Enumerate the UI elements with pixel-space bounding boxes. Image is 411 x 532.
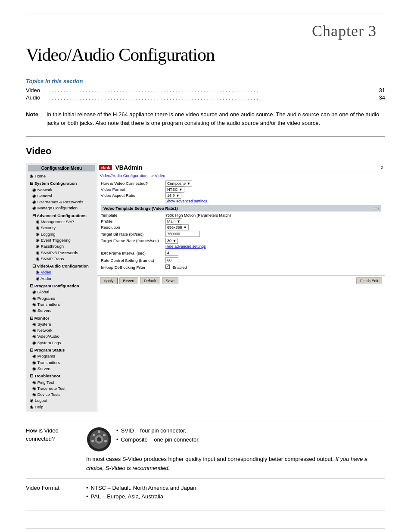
ss-menu-audio[interactable]: ◉ Audio [28,276,95,282]
ss-menu-progstatus[interactable]: ⊟ Program Status [28,347,95,353]
ss-profile-select[interactable]: Main ▼ [165,218,182,224]
ss-row-profile: Profile Main ▼ [101,219,381,224]
ss-bitrate-input[interactable]: 750000 [165,231,200,237]
ss-revert-btn[interactable]: Revert [119,277,139,284]
ss-menu-programs[interactable]: ◉ Programs [28,296,95,302]
footer: VBrick H.264 Appliance Admin Guide 31 [26,528,385,532]
svg-point-5 [93,434,95,436]
bullet-ntsc: NTSC – Default. North America and Japan. [86,484,385,493]
ss-menu-security[interactable]: ◉ Security [28,225,95,231]
ss-composite-select[interactable]: Composite ▼ [165,180,192,187]
ss-row-framerate: Target Frame Rate (frames/sec) 30 ▼ [101,238,381,243]
toc-item-audio: Audio . . . . . . . . . . . . . . . . . … [26,94,385,101]
ss-menu-global[interactable]: ◉ Global [28,289,95,295]
info-content-video-format: NTSC – Default. North America and Japan.… [86,484,385,505]
ss-idr-label: IDR Frame Interval (sec) [101,251,165,255]
ss-menu-trans2[interactable]: ◉ Transmitters [28,360,95,366]
ss-show-advanced-link[interactable]: Show advanced settings [165,199,208,203]
ss-default-btn[interactable]: Default [140,277,160,284]
ss-row-hideadvanced: Hide advanced settings [101,244,381,249]
ss-menu-sysconfg[interactable]: ⊟ System Configuration [28,180,95,187]
ss-menu-home[interactable]: ◉ Home [28,173,95,179]
ss-ratecontrol-input[interactable]: 60 [165,257,178,263]
ss-bottom-bar: Apply Revert Default Save Finish Edit [97,275,385,286]
ss-inloop-checkbox[interactable] [165,264,170,269]
ss-menu-transmitters[interactable]: ◉ Transmitters [28,302,95,308]
ss-menu-net2[interactable]: ◉ Network [28,327,95,333]
ss-menu-general[interactable]: ◉ General [28,193,95,199]
ss-bitrate-value: 750000 [165,231,381,237]
ss-finish-edit-btn[interactable]: Finish Edit [356,277,382,284]
ss-apply-btn[interactable]: Apply [100,277,118,284]
ss-load-template-btn[interactable] [373,208,379,209]
ss-menu-snmptraps[interactable]: ◉ SNMP Traps [28,256,95,262]
ss-menu-prog2[interactable]: ◉ Programs [28,353,95,359]
ss-menu-passthrough[interactable]: ◉ Passthrough [28,243,95,249]
ss-ntsc-select[interactable]: NTSC ▼ [165,187,184,193]
ss-menu-usernames[interactable]: ◉ Usernames & Passwords [28,199,95,205]
ss-profile-value: Main ▼ [165,219,381,224]
ss-menu-snmpv3[interactable]: ◉ SNMPv3 Passwords [28,250,95,256]
ss-menu-mgmtsap[interactable]: ◉ Management SAP [28,219,95,225]
ss-menu-devtests[interactable]: ◉ Device Tests [28,392,95,398]
info-row-video-format: Video Format NTSC – Default. North Ameri… [26,479,385,511]
note-text: In this initial release of the H.264 app… [47,110,385,127]
ss-menu-eventtrig[interactable]: ◉ Event Triggering [28,237,95,243]
topics-title: Topics in this section [26,78,385,84]
ss-row-resolution: Resolution 656x368 ▼ [101,225,381,230]
ss-menu-videoaudio[interactable]: ⊟ Video/Audio Configuration [28,263,95,269]
ss-menu-system[interactable]: ◉ System [28,321,95,327]
main-title: Video/Audio Configuration [0,40,411,65]
ss-hide-advanced-link[interactable]: Hide advanced settings [165,244,206,249]
info-label-how-connected: How is Videoconnected? [26,426,86,443]
video-format-bullets: NTSC – Default. North America and Japan.… [86,484,385,502]
note-label: Note [26,110,42,127]
ss-aspect-ratio-value: 16:9 ▼ [165,193,381,198]
ss-bitrate-label: Target Bit Rate (bit/sec) [101,232,165,236]
ss-menu-network[interactable]: ◉ Network [28,187,95,193]
bullet-pal: PAL – Europe, Asia, Australia. [86,492,385,501]
ss-menu-traceroute[interactable]: ◉ Traceroute Test [28,386,95,392]
ss-save-btn[interactable]: Save [162,277,179,284]
toc-page-video: 31 [374,87,385,93]
bullet-composite: Composite – one pin connector. [116,436,199,445]
svg-point-4 [98,430,100,433]
ss-inloop-label: In-loop DeBlocking Filter [101,265,165,270]
ss-menu-servers[interactable]: ◉ Servers [28,308,95,314]
ss-menu-troubleshoot[interactable]: ⊟ Troubleshoot [28,373,95,379]
ss-menu-logging[interactable]: ◉ Logging [28,231,95,237]
ss-menu-serv2[interactable]: ◉ Servers [28,366,95,372]
section-rule [26,137,385,137]
ss-how-connected-value: Composite ▼ [165,181,381,186]
info-row-how-connected: How is Videoconnected? [26,421,385,479]
connector-icon [86,426,112,452]
ss-framerate-select[interactable]: 30 ▼ [165,238,178,244]
ss-menu-advanced[interactable]: ⊟ Advanced Configurations [28,213,95,219]
ss-idr-input[interactable]: 4 [165,250,178,256]
svg-point-3 [97,437,101,442]
ss-row-aspectratio: Video Aspect Ratio 16:9 ▼ [101,193,381,198]
ss-menu-logout[interactable]: ◉ Logout [28,398,95,404]
ss-menu-monitor[interactable]: ⊟ Monitor [28,315,95,321]
ss-menu-video[interactable]: ◉ Video [28,269,95,275]
ss-row-videoformat: Video Format NTSC ▼ [101,187,381,192]
ss-menu-help[interactable]: ◉ Help [28,404,95,410]
ss-resolution-select[interactable]: 656x368 ▼ [165,224,189,230]
svg-point-7 [91,440,94,442]
ss-menu-videoaudio2[interactable]: ◉ Video/Audio [28,333,95,339]
connector-bullets: SVID – four pin connector. Composite – o… [112,426,199,448]
svg-point-6 [103,434,106,436]
ss-menu-pingtest[interactable]: ◉ Ping Test [28,380,95,386]
ss-page-number: 2 [381,165,383,170]
ss-menu-syslogs[interactable]: ◉ System Logs [28,340,95,346]
ss-row-bitrate: Target Bit Rate (bit/sec) 750000 [101,231,381,237]
ss-menu-programconfg[interactable]: ⊟ Program Configuration [28,283,95,289]
ss-row-inloop: In-loop DeBlocking Filter Enabled [101,264,381,270]
how-connected-bullets: SVID – four pin connector. Composite – o… [116,426,199,445]
ss-row-showadvanced: Show advanced settings [101,199,381,203]
note-block: Note In this initial release of the H.26… [26,110,385,127]
ss-top-bar: vbrik VBAdmin 2 [97,163,385,172]
ss-menu-manage[interactable]: ◉ Manage Configuration [28,205,95,211]
ss-ratio-select[interactable]: 16:9 ▼ [165,193,181,199]
page: Chapter 3 Video/Audio Configuration Topi… [0,13,411,532]
